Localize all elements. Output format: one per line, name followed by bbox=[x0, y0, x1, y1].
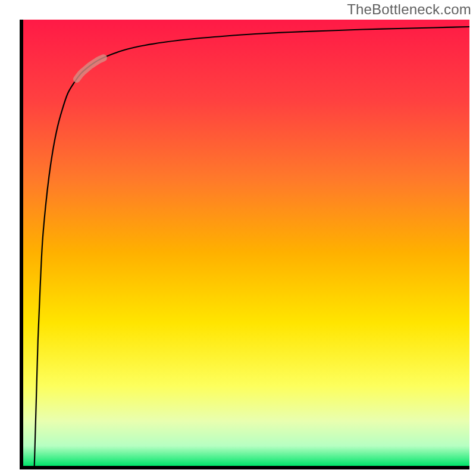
chart-container: TheBottleneck.com bbox=[0, 0, 476, 476]
plot-frame bbox=[20, 20, 469, 469]
watermark-text: TheBottleneck.com bbox=[347, 1, 471, 18]
curve-path bbox=[35, 27, 469, 466]
curve-layer bbox=[23, 20, 469, 466]
plot-area bbox=[23, 20, 469, 466]
highlight-segment bbox=[77, 58, 104, 79]
